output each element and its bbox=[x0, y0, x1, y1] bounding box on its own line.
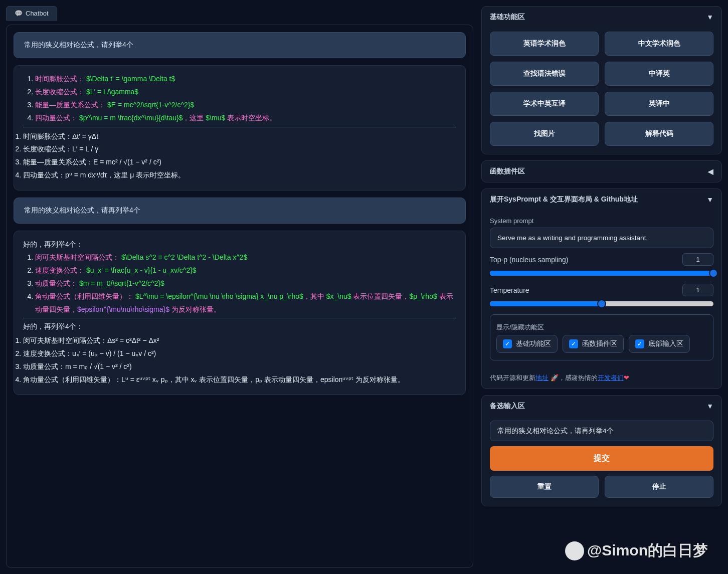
sysprompt-label: System prompt bbox=[490, 217, 713, 225]
panel-plugins: 函数插件区 ◀ bbox=[481, 160, 722, 182]
chat-icon: 💬 bbox=[15, 10, 23, 17]
stop-button[interactable]: 停止 bbox=[605, 476, 713, 498]
rocket-icon: 🚀 bbox=[551, 374, 559, 381]
panel-altinput: 备选输入区 ▼ 提交 重置 停止 bbox=[481, 395, 722, 506]
sysprompt-input[interactable] bbox=[490, 228, 713, 248]
chevron-down-icon: ▼ bbox=[706, 196, 713, 204]
panel-title: 基础功能区 bbox=[490, 13, 525, 22]
chevron-down-icon: ▼ bbox=[706, 402, 713, 410]
fn-button[interactable]: 中文学术润色 bbox=[605, 32, 713, 56]
tab-label: Chatbot bbox=[26, 10, 49, 17]
panel-title: 函数插件区 bbox=[490, 167, 525, 176]
fn-button[interactable]: 找图片 bbox=[490, 122, 599, 146]
footnote: 代码开源和更新地址 🚀，感谢热情的开发者们❤ bbox=[482, 368, 721, 389]
chat-area[interactable]: 常用的狭义相对论公式，请列举4个 时间膨胀公式： $\Delta t' = \g… bbox=[6, 25, 473, 568]
panel-plugins-header[interactable]: 函数插件区 ◀ bbox=[482, 161, 721, 182]
check-bottom[interactable]: ✓ 底部输入区 bbox=[629, 335, 690, 353]
fn-button[interactable]: 英译中 bbox=[605, 92, 713, 116]
temp-label: Temperature bbox=[490, 286, 677, 294]
user-message: 常用的狭义相对论公式，请再列举4个 bbox=[14, 198, 466, 224]
check-icon: ✓ bbox=[503, 339, 512, 348]
topp-value[interactable]: 1 bbox=[682, 253, 713, 266]
alt-input[interactable] bbox=[490, 421, 713, 441]
submit-button[interactable]: 提交 bbox=[490, 446, 713, 471]
fn-button[interactable]: 查找语法错误 bbox=[490, 62, 599, 86]
fn-button[interactable]: 中译英 bbox=[605, 62, 713, 86]
toggle-title: 显示/隐藏功能区 bbox=[496, 323, 707, 332]
chevron-down-icon: ▼ bbox=[706, 13, 713, 21]
panel-title: 备选输入区 bbox=[490, 402, 525, 411]
panel-basic: 基础功能区 ▼ 英语学术润色 中文学术润色 查找语法错误 中译英 学术中英互译 … bbox=[481, 6, 722, 154]
check-plugins[interactable]: ✓ 函数插件区 bbox=[563, 335, 624, 353]
topp-label: Top-p (nucleus sampling) bbox=[490, 256, 677, 264]
check-basic[interactable]: ✓ 基础功能区 bbox=[496, 335, 558, 353]
tab-chatbot[interactable]: 💬 Chatbot bbox=[6, 6, 57, 21]
check-icon: ✓ bbox=[569, 339, 578, 348]
link-repo[interactable]: 地址 bbox=[535, 374, 549, 381]
panel-sysprompt: 展开SysPrompt & 交互界面布局 & Github地址 ▼ System… bbox=[481, 188, 722, 389]
panel-sysprompt-header[interactable]: 展开SysPrompt & 交互界面布局 & Github地址 ▼ bbox=[482, 189, 721, 210]
link-devs[interactable]: 开发者们 bbox=[598, 374, 624, 381]
temp-value[interactable]: 1 bbox=[682, 284, 713, 296]
reset-button[interactable]: 重置 bbox=[490, 476, 599, 498]
check-icon: ✓ bbox=[635, 339, 644, 348]
fn-button[interactable]: 英语学术润色 bbox=[490, 32, 599, 56]
panel-altinput-header[interactable]: 备选输入区 ▼ bbox=[482, 396, 721, 417]
chevron-left-icon: ◀ bbox=[708, 167, 713, 175]
fn-button[interactable]: 学术中英互译 bbox=[490, 92, 599, 116]
temp-slider[interactable] bbox=[490, 301, 713, 306]
bot-message: 好的，再列举4个： 闵可夫斯基时空间隔公式： $\Delta s^2 = c^2… bbox=[14, 231, 466, 395]
user-message: 常用的狭义相对论公式，请列举4个 bbox=[14, 32, 466, 58]
heart-icon: ❤ bbox=[624, 374, 629, 381]
panel-basic-header[interactable]: 基础功能区 ▼ bbox=[482, 7, 721, 28]
bot-message: 时间膨胀公式： $\Delta t' = \gamma \Delta t$ 长度… bbox=[14, 65, 466, 190]
fn-button[interactable]: 解释代码 bbox=[605, 122, 713, 146]
topp-slider[interactable] bbox=[490, 271, 713, 276]
panel-title: 展开SysPrompt & 交互界面布局 & Github地址 bbox=[490, 195, 638, 204]
